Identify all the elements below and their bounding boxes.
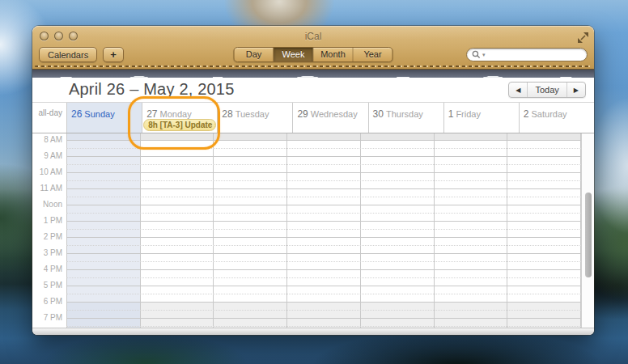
titlebar[interactable]: iCal Calendars + DayWeekMonthYear ▾ [32, 26, 594, 70]
week-grid: 8 AM9 AM10 AM11 AMNoon1 PM2 PM3 PM4 PM5 … [32, 133, 594, 328]
day-title: 26Sunday [67, 103, 142, 121]
day-title: 28Tuesday [218, 103, 292, 121]
off-hours-band [507, 302, 580, 328]
day-name: Thursday [386, 109, 423, 119]
previous-week-button[interactable]: ◀ [509, 83, 527, 97]
day-title: 30Thursday [369, 103, 443, 121]
day-header-tuesday[interactable]: 28Tuesday [217, 103, 292, 133]
toolbar: Calendars + DayWeekMonthYear ▾ [39, 47, 588, 62]
day-header-saturday[interactable]: 2Saturday [519, 103, 594, 133]
grid-column-saturday[interactable] [507, 133, 580, 328]
add-event-button[interactable]: + [103, 47, 124, 62]
calendars-button[interactable]: Calendars [39, 47, 97, 62]
window-bottom-frame [32, 328, 594, 335]
all-day-slot[interactable] [68, 119, 141, 132]
all-day-gutter: all-day [32, 103, 66, 133]
day-number: 28 [222, 108, 232, 120]
time-label: 6 PM [35, 297, 62, 307]
day-title: 1Friday [444, 103, 519, 121]
time-label: 9 AM [35, 151, 62, 161]
day-title: 27Monday [142, 103, 217, 121]
time-label: Noon [35, 200, 62, 210]
window-title: iCal [32, 31, 594, 42]
time-label: 11 AM [35, 184, 62, 193]
all-day-slot[interactable] [520, 119, 593, 132]
off-hours-band [507, 133, 580, 140]
time-label: 3 PM [35, 248, 62, 258]
day-name: Sunday [84, 109, 114, 119]
all-day-event[interactable]: 8h [TA-3] Update s… [143, 119, 216, 131]
tab-week[interactable]: Week [274, 48, 313, 61]
search-input[interactable] [487, 49, 582, 61]
today-button[interactable]: Today [527, 83, 566, 97]
off-hours-band [67, 302, 140, 328]
time-label: 10 AM [35, 167, 62, 177]
day-name: Friday [456, 109, 481, 119]
ical-window: iCal Calendars + DayWeekMonthYear ▾ [32, 26, 594, 335]
all-day-slot[interactable] [445, 119, 518, 132]
grid-column-wednesday[interactable] [286, 133, 360, 328]
day-name: Monday [160, 109, 192, 119]
all-day-slot[interactable] [370, 119, 443, 132]
grid-column-tuesday[interactable] [213, 133, 286, 328]
time-label: 2 PM [35, 232, 62, 242]
day-header-monday[interactable]: 27Monday8h [TA-3] Update s… [142, 103, 217, 133]
time-label: 4 PM [35, 265, 62, 274]
day-number: 1 [448, 108, 454, 120]
scrollbar-thumb[interactable] [585, 193, 592, 277]
all-day-slot[interactable] [219, 119, 291, 132]
grid-columns [66, 133, 581, 328]
off-hours-band [287, 133, 360, 140]
tab-year[interactable]: Year [353, 48, 392, 61]
day-header-sunday[interactable]: 26Sunday [66, 103, 142, 133]
time-gutter: 8 AM9 AM10 AM11 AMNoon1 PM2 PM3 PM4 PM5 … [32, 133, 66, 328]
time-label: 5 PM [35, 281, 62, 290]
week-range-title: April 26 – May 2, 2015 [69, 80, 235, 99]
grid-column-sunday[interactable] [66, 133, 140, 328]
off-hours-band [361, 302, 434, 328]
off-hours-band [214, 133, 286, 140]
grid-column-monday[interactable] [140, 133, 214, 328]
day-header-row: all-day 26Sunday27Monday8h [TA-3] Update… [32, 102, 594, 133]
day-number: 27 [146, 108, 157, 120]
off-hours-band [287, 302, 360, 328]
search-field[interactable]: ▾ [466, 48, 588, 61]
grid-column-thursday[interactable] [360, 133, 434, 328]
day-name: Wednesday [311, 109, 358, 119]
off-hours-band [141, 133, 214, 140]
all-day-label: all-day [39, 108, 62, 117]
grid-column-friday[interactable] [434, 133, 507, 328]
view-switcher: DayWeekMonthYear [234, 47, 393, 62]
search-scope-caret-icon[interactable]: ▾ [482, 52, 486, 57]
all-day-slot[interactable]: 8h [TA-3] Update s… [143, 119, 216, 132]
leather-stitching [35, 66, 592, 67]
day-header-friday[interactable]: 1Friday [443, 103, 519, 133]
next-week-button[interactable]: ▶ [566, 83, 585, 97]
time-label: 8 AM [35, 135, 62, 145]
off-hours-band [141, 302, 214, 328]
off-hours-band [214, 302, 286, 328]
time-label: 1 PM [35, 216, 62, 226]
search-icon [472, 50, 481, 59]
day-header-thursday[interactable]: 30Thursday [368, 103, 443, 133]
week-header: April 26 – May 2, 2015 ◀ Today ▶ [32, 78, 594, 102]
day-number: 2 [524, 108, 529, 120]
day-header-wednesday[interactable]: 29Wednesday [292, 103, 367, 133]
off-hours-band [435, 133, 507, 140]
day-number: 26 [71, 108, 82, 120]
day-name: Saturday [532, 109, 567, 119]
day-title: 2Saturday [520, 103, 594, 121]
off-hours-band [67, 133, 140, 140]
all-day-slot[interactable] [294, 119, 367, 132]
fullscreen-icon[interactable] [578, 32, 588, 42]
day-title: 29Wednesday [293, 103, 367, 121]
torn-paper-edge [32, 70, 594, 78]
off-hours-band [435, 302, 507, 328]
tab-day[interactable]: Day [235, 48, 274, 61]
day-number: 29 [297, 108, 308, 120]
time-label: 7 PM [35, 313, 62, 323]
calendar-content: April 26 – May 2, 2015 ◀ Today ▶ all-day… [32, 78, 594, 328]
tab-month[interactable]: Month [313, 48, 353, 61]
scrollbar-track[interactable] [581, 133, 594, 328]
off-hours-band [361, 133, 434, 140]
